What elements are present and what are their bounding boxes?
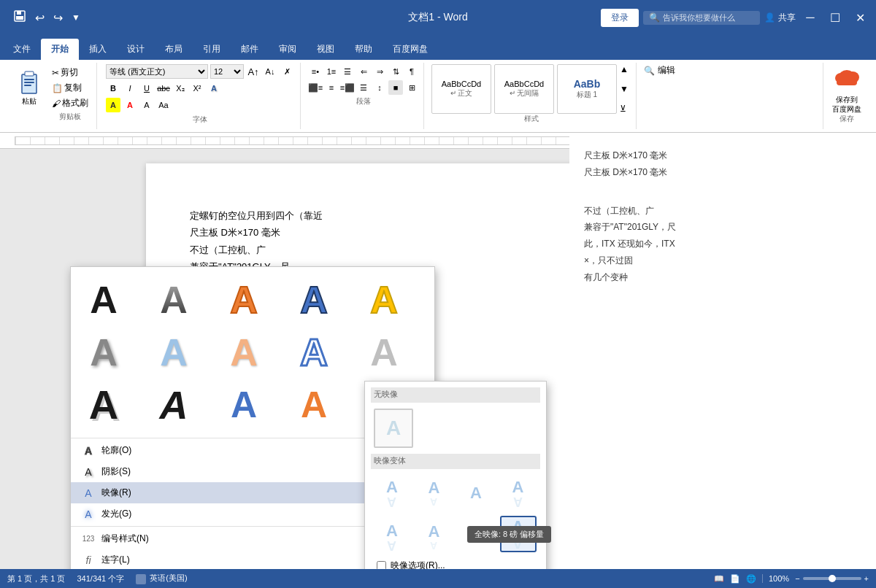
strikethrough-button[interactable]: abc [156, 81, 171, 96]
justify-button[interactable]: ☰ [356, 80, 371, 95]
format-painter-button[interactable]: 🖌 格式刷 [50, 96, 91, 110]
tab-help[interactable]: 帮助 [345, 39, 383, 60]
wordart-item-1[interactable]: A [150, 276, 198, 324]
tab-home[interactable]: 开始 [41, 39, 79, 60]
sort-button[interactable]: ⇅ [388, 64, 403, 79]
tab-references[interactable]: 引用 [193, 39, 231, 60]
tab-file[interactable]: 文件 [3, 39, 41, 60]
save-baidu-button[interactable]: 保存到百度网盘 保存 [823, 63, 870, 129]
zoom-in-button[interactable]: + [864, 574, 869, 583]
align-right-button[interactable]: ≡⬛ [340, 80, 355, 95]
shading-button[interactable]: ■ [388, 80, 403, 95]
refl-item-1[interactable]: A A [374, 475, 410, 511]
zoom-slider[interactable]: − + [795, 574, 869, 583]
wordart-item-4[interactable]: A [360, 276, 408, 324]
subscript-button[interactable]: X₂ [173, 81, 188, 96]
tell-me-text[interactable]: 告诉我你想要做什么 [663, 12, 735, 23]
view-web-icon[interactable]: 🌐 [746, 574, 756, 584]
find-button[interactable]: 🔍 编辑 [644, 64, 675, 77]
reflection-none-item[interactable]: A [374, 409, 413, 448]
increase-font-button[interactable]: A↑ [246, 64, 261, 79]
minimize-button[interactable]: ─ [800, 7, 821, 28]
borders-button[interactable]: ⊞ [404, 80, 419, 95]
wordart-item-13[interactable]: A [290, 381, 338, 429]
bold-button[interactable]: B [106, 81, 120, 96]
zoom-out-button[interactable]: − [795, 574, 799, 583]
paste-button[interactable]: 粘贴 [12, 64, 47, 111]
styles-expand[interactable]: ⊻ [620, 104, 631, 114]
font-size-select[interactable]: 12 [210, 64, 244, 79]
wordart-item-9[interactable]: A [360, 328, 408, 376]
refl-item-4[interactable]: A A [500, 475, 537, 511]
font-name-select[interactable]: 等线 (西文正文) [106, 64, 208, 79]
text-effects-button[interactable]: A [207, 81, 221, 96]
copy-button[interactable]: 📋 复制 [50, 81, 91, 95]
indent-increase-button[interactable]: ⇒ [372, 64, 387, 79]
superscript-button[interactable]: X² [190, 81, 204, 96]
share-button[interactable]: 👤 共享 [764, 12, 796, 24]
customize-qa-icon[interactable]: ▼ [70, 11, 82, 24]
close-button[interactable]: ✕ [850, 7, 870, 28]
reflection-options-checkbox[interactable] [377, 561, 386, 569]
zoom-track[interactable] [803, 577, 861, 580]
wordart-item-10[interactable]: A [80, 381, 128, 429]
wordart-letter-11: A [160, 385, 188, 425]
app-window: ↩ ↪ ▼ 文档1 - Word 登录 🔍 告诉我你想要做什么 👤 共享 ─ ☐… [0, 0, 876, 588]
multilevel-button[interactable]: ☰ [340, 64, 355, 79]
wordart-item-11[interactable]: A [150, 381, 198, 429]
underline-button[interactable]: U [139, 81, 154, 96]
refl-item-3[interactable]: A [458, 475, 494, 511]
align-center-button[interactable]: ≡ [324, 80, 339, 95]
wordart-item-2[interactable]: A [220, 276, 268, 324]
cut-button[interactable]: ✂ 剪切 [50, 66, 91, 80]
wordart-item-8[interactable]: A [290, 328, 338, 376]
line-spacing-button[interactable]: ↕ [372, 80, 387, 95]
view-print-icon[interactable]: 📄 [730, 574, 740, 584]
align-left-button[interactable]: ⬛≡ [308, 80, 323, 95]
highlight-button[interactable]: A [106, 98, 120, 112]
style-normal[interactable]: AaBbCcDd ↵ 正文 [431, 64, 491, 114]
font-color-button[interactable]: A [123, 98, 137, 112]
tab-view[interactable]: 视图 [307, 39, 345, 60]
italic-button[interactable]: I [123, 81, 137, 96]
tab-review[interactable]: 审阅 [269, 39, 307, 60]
style-nospace[interactable]: AaBbCcDd ↵ 无间隔 [494, 64, 554, 114]
redo-icon[interactable]: ↪ [52, 9, 64, 26]
zoom-thumb[interactable] [829, 575, 836, 582]
wordart-item-0[interactable]: A [80, 276, 128, 324]
tab-mail[interactable]: 邮件 [231, 39, 269, 60]
font-group: 等线 (西文正文) 12 A↑ A↓ ✗ B I U abc X₂ X² A A [100, 63, 301, 129]
style-h1[interactable]: AaBb 标题 1 [557, 64, 617, 114]
wordart-item-5[interactable]: A [80, 328, 128, 376]
restore-button[interactable]: ☐ [825, 7, 845, 28]
refl-item-2[interactable]: A A [416, 475, 453, 511]
save-icon[interactable] [12, 8, 28, 27]
undo-icon[interactable]: ↩ [34, 9, 46, 26]
wordart-item-6[interactable]: A [150, 328, 198, 376]
numbering-button[interactable]: 1≡ [324, 64, 339, 79]
refl-item-5[interactable]: A A [374, 516, 410, 552]
decrease-font-button[interactable]: A↓ [263, 64, 277, 79]
tab-design[interactable]: 设计 [117, 39, 155, 60]
styles-scroll-up[interactable]: ▲ [620, 64, 631, 74]
outline-icon: A [82, 445, 94, 457]
view-read-icon[interactable]: 📖 [714, 574, 724, 584]
tab-insert[interactable]: 插入 [79, 39, 117, 60]
aa-button[interactable]: Aa [156, 98, 171, 112]
clear-format-button[interactable]: ✗ [280, 64, 294, 79]
styles-scroll-down[interactable]: ▼ [620, 84, 631, 94]
show-marks-button[interactable]: ¶ [404, 64, 419, 79]
indent-decrease-button[interactable]: ⇐ [356, 64, 371, 79]
tab-layout[interactable]: 布局 [155, 39, 193, 60]
tab-baidu[interactable]: 百度网盘 [383, 39, 438, 60]
svg-rect-12 [837, 80, 857, 85]
wordart-item-7[interactable]: A [220, 328, 268, 376]
wordart-item-12[interactable]: A [220, 381, 268, 429]
font-size-a-button[interactable]: A [139, 98, 154, 112]
reflection-options-label[interactable]: 映像选项(R)... [391, 560, 445, 569]
refl-bottom-6: A [430, 540, 437, 552]
wordart-item-3[interactable]: A [290, 276, 338, 324]
refl-item-6[interactable]: A A [416, 516, 453, 552]
bullets-button[interactable]: ≡• [308, 64, 323, 79]
login-button[interactable]: 登录 [601, 9, 639, 27]
